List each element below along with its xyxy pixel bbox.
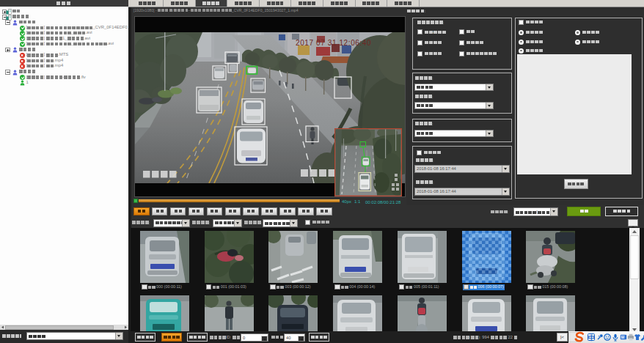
svg-text:2017 07 31 12:06:40: 2017 07 31 12:06:40	[296, 39, 371, 47]
